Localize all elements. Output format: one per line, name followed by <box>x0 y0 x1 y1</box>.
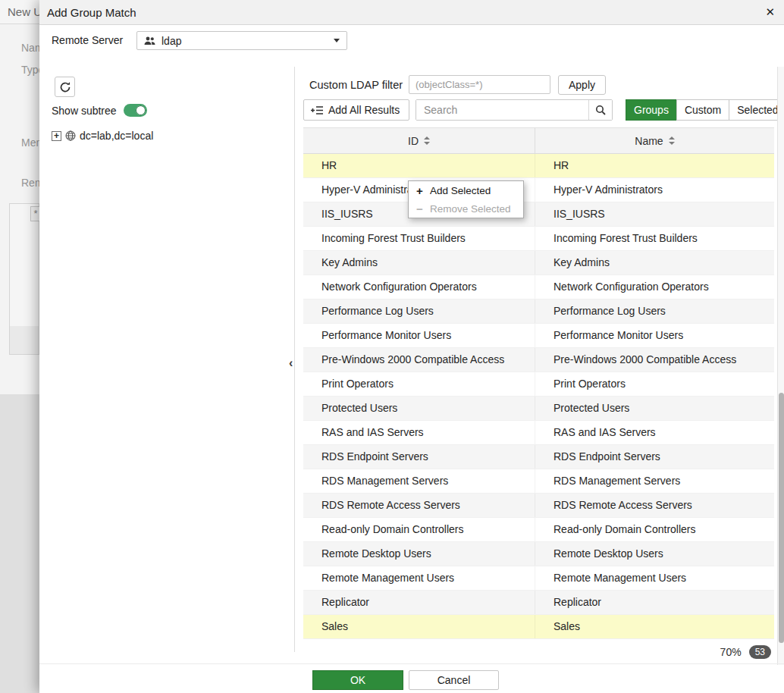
tab-selected[interactable]: Selected <box>729 99 784 121</box>
context-menu: + Add Selected − Remove Selected <box>408 180 524 218</box>
table-row[interactable]: RDS Remote Access Servers RDS Remote Acc… <box>303 494 774 518</box>
cell-id: Print Operators <box>303 372 535 396</box>
table-row[interactable]: IIS_IUSRS IIS_IUSRS <box>303 202 774 227</box>
add-all-results-button[interactable]: Add All Results <box>303 99 409 121</box>
dialog-title: Add Group Match <box>47 6 136 19</box>
cell-id: Network Configuration Operators <box>303 275 535 299</box>
cell-id: Performance Monitor Users <box>303 324 535 347</box>
cell-id: RDS Remote Access Servers <box>303 494 535 517</box>
table-row[interactable]: Print Operators Print Operators <box>303 372 774 397</box>
close-icon[interactable]: ✕ <box>765 5 775 19</box>
table-row[interactable]: Performance Monitor Users Performance Mo… <box>303 324 774 348</box>
tab-groups[interactable]: Groups <box>626 99 677 121</box>
minus-icon: − <box>416 202 424 215</box>
cell-id: Key Admins <box>303 251 535 274</box>
table-row[interactable]: Pre-Windows 2000 Compatible Access Pre-W… <box>303 348 774 372</box>
cell-id: HR <box>303 154 535 177</box>
cell-name: RAS and IAS Servers <box>535 421 774 444</box>
cell-id: Remote Desktop Users <box>303 542 535 566</box>
search-box <box>416 99 613 121</box>
cell-id: Remote Management Users <box>303 566 535 590</box>
cell-id: Read-only Domain Controllers <box>303 518 535 541</box>
tree-node-root[interactable]: + dc=lab,dc=local <box>52 130 153 142</box>
search-button[interactable] <box>588 100 612 120</box>
table-row[interactable]: Network Configuration Operators Network … <box>303 275 774 299</box>
ldap-filter-input[interactable] <box>409 75 550 94</box>
sort-icon[interactable] <box>669 136 675 145</box>
remote-server-label: Remote Server <box>52 34 123 46</box>
cell-name: Performance Monitor Users <box>535 324 774 347</box>
collapse-panel-icon[interactable]: ‹ <box>289 356 293 370</box>
table-row[interactable]: Performance Log Users Performance Log Us… <box>303 299 774 324</box>
table-row[interactable]: Key Admins Key Admins <box>303 251 774 275</box>
cell-name: Performance Log Users <box>535 299 774 323</box>
table-row[interactable]: Replicator Replicator <box>303 591 774 615</box>
column-header-name[interactable]: Name <box>535 128 774 153</box>
cell-name: Incoming Forest Trust Builders <box>535 227 774 250</box>
cell-name: Key Admins <box>535 251 774 274</box>
vertical-scrollbar[interactable] <box>777 67 784 665</box>
cell-name: RDS Management Servers <box>535 469 774 493</box>
menu-item-remove-selected: − Remove Selected <box>409 199 523 218</box>
footer-divider <box>39 663 784 664</box>
show-subtree-label: Show subtree <box>52 105 117 117</box>
table-row[interactable]: Remote Desktop Users Remote Desktop User… <box>303 542 774 566</box>
cell-id: Protected Users <box>303 397 535 420</box>
tree-expand-icon[interactable]: + <box>52 131 61 141</box>
cell-id: Sales <box>303 615 535 638</box>
cell-name: Print Operators <box>535 372 774 396</box>
results-table: ID Name HR HR Hyper-V Administrators Hyp… <box>303 127 774 639</box>
tab-custom[interactable]: Custom <box>676 99 729 121</box>
table-row[interactable]: RDS Endpoint Servers RDS Endpoint Server… <box>303 445 774 469</box>
cell-name: IIS_IUSRS <box>535 202 774 226</box>
table-row[interactable]: Protected Users Protected Users <box>303 397 774 421</box>
apply-button[interactable]: Apply <box>558 75 606 95</box>
cell-name: Sales <box>535 615 774 638</box>
table-row[interactable]: RDS Management Servers RDS Management Se… <box>303 469 774 494</box>
sort-icon[interactable] <box>424 136 430 145</box>
table-body: HR HR Hyper-V Administrators Hyper-V Adm… <box>303 154 774 639</box>
scrollbar-thumb[interactable] <box>779 393 784 643</box>
cell-id: Performance Log Users <box>303 299 535 323</box>
column-header-id[interactable]: ID <box>303 128 535 153</box>
menu-item-label: Remove Selected <box>430 203 511 215</box>
menu-item-add-selected[interactable]: + Add Selected <box>409 181 523 199</box>
ok-button[interactable]: OK <box>312 670 403 690</box>
add-group-match-dialog: Add Group Match ✕ Remote Server ldap <box>39 0 784 693</box>
column-header-name-label: Name <box>635 135 663 147</box>
cell-name: Read-only Domain Controllers <box>535 518 774 541</box>
screen: New U Nam Type Mem Rem * Add Group Match… <box>0 0 784 693</box>
table-row[interactable]: Read-only Domain Controllers Read-only D… <box>303 518 774 542</box>
cell-id: Replicator <box>303 591 535 614</box>
add-all-results-label: Add All Results <box>328 104 400 116</box>
search-input[interactable] <box>416 100 588 120</box>
cell-id: Pre-Windows 2000 Compatible Access <box>303 348 535 372</box>
cell-name: HR <box>535 154 774 177</box>
plus-icon: + <box>416 184 424 197</box>
tree-node-label: dc=lab,dc=local <box>80 130 153 142</box>
dialog-header: Add Group Match ✕ <box>39 0 784 25</box>
toggle-knob <box>136 105 146 115</box>
cell-name: RDS Endpoint Servers <box>535 445 774 469</box>
cell-id: RDS Management Servers <box>303 469 535 493</box>
cell-id: RAS and IAS Servers <box>303 421 535 444</box>
refresh-button[interactable] <box>55 77 75 97</box>
cell-name: Network Configuration Operators <box>535 275 774 299</box>
table-row[interactable]: Sales Sales <box>303 615 774 639</box>
modal-backdrop <box>0 0 39 693</box>
table-row[interactable]: HR HR <box>303 154 774 178</box>
table-row[interactable]: Remote Management Users Remote Managemen… <box>303 566 774 591</box>
remote-server-select[interactable]: ldap <box>136 31 347 50</box>
cell-name: Replicator <box>535 591 774 614</box>
panel-splitter[interactable] <box>294 67 295 652</box>
globe-icon <box>65 130 76 141</box>
cell-name: Protected Users <box>535 397 774 420</box>
table-row[interactable]: Hyper-V Administrators Hyper-V Administr… <box>303 178 774 202</box>
cancel-button[interactable]: Cancel <box>409 670 499 690</box>
table-status-bar: 70% 53 <box>303 641 774 663</box>
chevron-down-icon <box>334 39 340 42</box>
table-row[interactable]: Incoming Forest Trust Builders Incoming … <box>303 227 774 251</box>
table-header-row: ID Name <box>303 127 774 154</box>
show-subtree-toggle[interactable] <box>124 104 147 117</box>
table-row[interactable]: RAS and IAS Servers RAS and IAS Servers <box>303 421 774 445</box>
